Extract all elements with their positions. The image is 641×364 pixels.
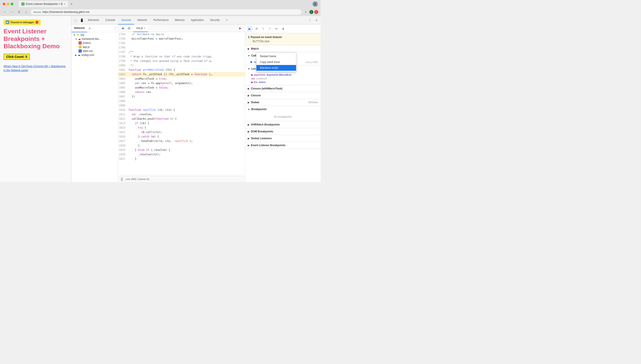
address-input[interactable]: Secure https://framework-blackboxing.gli… [31,9,301,15]
sidebar-network-tab[interactable]: Network [72,24,87,32]
address-bar: ← → ↻ ⌂ Secure https://framework-blackbo… [0,8,320,16]
code-line: 1814 try { [118,126,245,130]
devtools-close-button[interactable]: × [314,17,320,23]
browser-tab[interactable]: G Event Listener Breakpoints + B × [19,1,68,7]
sidebar-more-tabs[interactable]: » [87,25,92,31]
page-content: ▶ Paused in debugger Event Listener Brea… [0,16,71,182]
tab-elements[interactable]: Elements [85,16,102,24]
devtools-menu-button[interactable]: ⋮ [307,17,313,23]
context-menu-copy-stack-trace[interactable]: Copy stack trace [256,59,296,65]
inspect-element-button[interactable]: ⬚ [72,17,78,23]
tab-performance[interactable]: Performance [150,16,172,24]
tab-memory[interactable]: Memory [172,16,188,24]
bookmark-button[interactable]: ☆ [303,9,308,15]
tab-network[interactable]: Network [134,16,150,24]
code-line: 1801 function withMacroTask (fn) { [118,68,245,72]
tree-item-framework[interactable]: ▼ ☁ framework-bla… [72,37,118,41]
traffic-lights [3,3,13,5]
scope-local-body: ▶ arguments: Arguments [MouseEve… res: u… [245,72,320,85]
file-tree: ▼ 📁 top ▼ ☁ framework-bla… H [72,32,118,182]
page-link[interactable]: What's New In DevTools (Chrome 66) > Bla… [4,64,68,72]
scope-this: ▶ this: button [245,80,320,84]
html-file-icon: H [78,42,82,44]
home-button[interactable]: ⌂ [24,9,29,15]
global-header[interactable]: ▶ Global Window [245,99,320,106]
forward-button[interactable]: → [9,9,15,15]
more-tabs-button[interactable]: » [223,16,230,24]
tree-arrow: ▼ [75,38,77,40]
refresh-button[interactable]: ↻ [16,9,22,15]
tree-item-index[interactable]: H (index) [72,41,118,45]
code-editor-area: ◀ ⊞ vue.js × ▶ 1 [118,24,245,182]
devtools-body: Network » ⋮ ▼ 📁 top ▼ [72,24,320,182]
call-stack-section: ▼ Call Stack fn._withTask.fn._withTask v… [245,52,320,66]
devtools-panel: ⬚ 📱 Elements Console Sources Network Per… [71,16,320,182]
breakpoints-section: ▼ Breakpoints No breakpoints [245,106,320,121]
tab-close-button[interactable]: × [64,3,65,5]
secure-badge: Secure [34,11,41,13]
closure-with-macrotask-header[interactable]: ▶ Closure (withMacroTask) [245,85,320,92]
tab-security[interactable]: Security [207,16,223,24]
tab-favicon: G [21,2,24,6]
code-line: 1811 var _resolve; [118,112,245,116]
resume-button[interactable]: ▶ [247,26,252,32]
code-line: 1798 * Wrap a function so that if any co… [118,54,245,59]
show-navigator-button[interactable]: ⊞ [126,25,132,31]
code-line: 1797 /** [118,50,245,54]
tab-application[interactable]: Application [188,16,207,24]
resume-button[interactable]: ▶ [6,20,9,24]
page-links: What's New In DevTools (Chrome 66) > Bla… [4,64,68,72]
maximize-button[interactable] [11,3,13,5]
sidebar-menu-button[interactable]: ⋮ [112,26,118,31]
tree-item-top[interactable]: ▼ 📁 top [72,33,118,37]
cloud-icon: ☁ [78,54,80,56]
extension-icon[interactable]: ✓ [309,10,314,14]
step-out-button[interactable]: ⤴ [267,26,273,32]
context-menu-restart-frame[interactable]: Restart frame [256,54,296,59]
code-line: 1813 if (cb) { [118,121,245,126]
code-line: 1818 } [118,143,245,148]
step-over-button[interactable]: ↺ [254,26,259,32]
tab-sources[interactable]: Sources [118,16,134,24]
event-listener-breakpoints-header[interactable]: ▶ Event Listener Breakpoints [245,142,320,149]
step-into-button[interactable]: ⤵ [260,26,266,32]
editor-tab-close[interactable]: × [144,27,145,29]
device-toolbar-button[interactable]: 📱 [78,17,85,23]
new-tab-button[interactable]: + [69,1,74,7]
minimize-button[interactable] [7,3,9,5]
run-snippet-button[interactable]: ▶ [237,25,243,31]
code-line: 1793 // fallback to macro [118,32,245,36]
context-menu-blackbox-script[interactable]: Blackbox script [256,65,296,71]
deactivate-button[interactable]: ✏ [274,26,279,32]
tree-item-unpkg[interactable]: ▶ ☁ unpkg.com [72,53,118,57]
tree-item-stylecss[interactable]: C style.css [72,49,118,53]
watch-header[interactable]: ▶ Watch [245,46,320,52]
editor-tab-vuejs[interactable]: vue.js × [133,24,148,32]
breakpoints-header[interactable]: ▼ Breakpoints [245,106,320,112]
tab-console[interactable]: Console [102,16,118,24]
global-listeners-header[interactable]: ▶ Global Listeners [245,135,320,142]
user-avatar: 👤 [312,1,318,7]
close-button[interactable] [3,3,5,5]
call-stack-arrow: ▼ [248,54,250,57]
global-section: ▶ Global Window [245,99,320,106]
tree-item-appjs[interactable]: J app.js [72,45,118,49]
closure-header[interactable]: ▶ Closure [245,92,320,99]
dom-breakpoints-header[interactable]: ▶ DOM Breakpoints [245,128,320,135]
back-button[interactable]: ← [2,9,8,15]
xhr-breakpoints-header[interactable]: ▶ XHR/fetch Breakpoints [245,121,320,128]
code-line: 1795 [118,41,245,46]
code-line: 1815 cb.call(ctx); [118,130,245,134]
error-icon[interactable]: ! [314,10,318,14]
code-editor[interactable]: 1793 // fallback to macro 1794 microTime… [118,32,245,176]
watch-arrow: ▶ [248,48,250,50]
toggle-sidebar-button[interactable]: ◀ [120,25,125,31]
code-line: 1796 [118,46,245,50]
code-line-active: 1802 return fn._withTask || (fn._withTas… [118,72,245,76]
css-file-icon: C [78,50,82,52]
format-button[interactable]: {} [121,177,123,181]
call-stack-body: fn._withTask.fn._withTask vue.js:1802 Re… [245,59,320,65]
watch-section: ▶ Watch [245,46,320,52]
pause-on-exception-button[interactable]: ⏸ [280,26,286,32]
page-title: Event Listener Breakpoints + Blackboxing… [4,28,68,50]
